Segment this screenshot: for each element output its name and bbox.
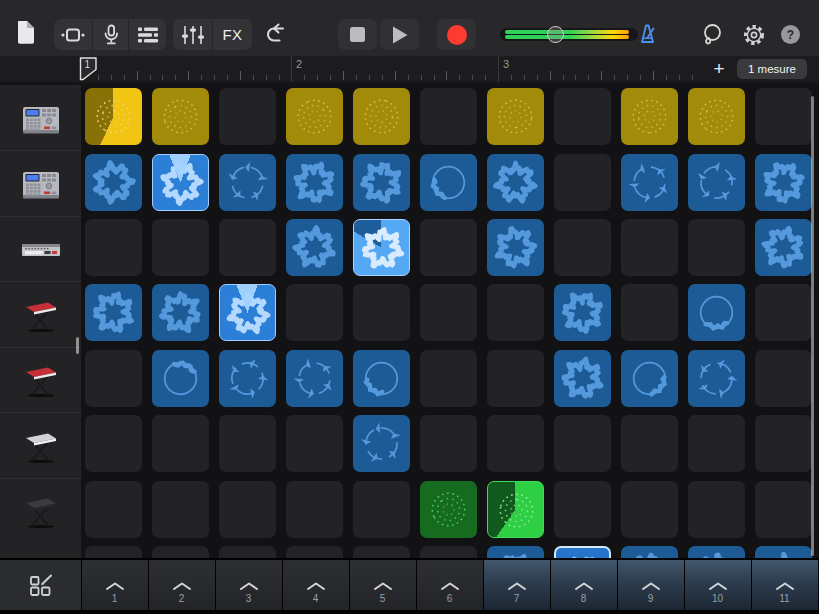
loop-cell-empty[interactable] — [219, 481, 276, 538]
loop-cell-empty[interactable] — [219, 88, 276, 145]
loop-cell-empty[interactable] — [554, 154, 611, 211]
loop-cell-yellow[interactable] — [621, 88, 678, 145]
column-trigger-1[interactable]: 1 — [82, 560, 148, 610]
track-header-drum-machine[interactable] — [0, 150, 81, 215]
my-songs-button[interactable] — [12, 17, 38, 47]
stop-button[interactable] — [338, 19, 377, 50]
loop-cell-yellow[interactable] — [286, 88, 343, 145]
loop-cell-empty[interactable] — [755, 350, 812, 407]
loop-cell-blue[interactable] — [219, 154, 276, 211]
loop-cell-empty[interactable] — [755, 284, 812, 341]
loop-cell-blue[interactable] — [219, 284, 276, 341]
grid-length-button[interactable]: 1 mesure — [737, 59, 807, 79]
settings-button[interactable] — [740, 21, 767, 48]
loop-cell-empty[interactable] — [487, 284, 544, 341]
loop-cell-blue[interactable] — [353, 154, 410, 211]
loop-cell-yellow[interactable] — [152, 88, 209, 145]
loop-cell-empty[interactable] — [621, 481, 678, 538]
loop-cell-empty[interactable] — [688, 415, 745, 472]
loop-cell-empty[interactable] — [420, 350, 477, 407]
loop-cell-empty[interactable] — [487, 415, 544, 472]
loop-cell-empty[interactable] — [286, 415, 343, 472]
vertical-scrollbar[interactable] — [811, 96, 814, 556]
loop-cell-empty[interactable] — [420, 415, 477, 472]
loop-cell-empty[interactable] — [85, 481, 142, 538]
column-trigger-2[interactable]: 2 — [149, 560, 215, 610]
record-button[interactable] — [437, 19, 476, 50]
track-header-keyboard-red[interactable] — [0, 347, 81, 412]
loop-cell-blue[interactable] — [487, 154, 544, 211]
loop-cell-empty[interactable] — [219, 415, 276, 472]
track-controls-button[interactable] — [173, 19, 212, 50]
loop-cell-empty[interactable] — [621, 219, 678, 276]
play-button[interactable] — [380, 19, 419, 50]
loop-cell-empty[interactable] — [286, 284, 343, 341]
track-scrollbar[interactable] — [76, 337, 79, 354]
loop-cell-empty[interactable] — [554, 481, 611, 538]
volume-slider[interactable] — [500, 27, 638, 42]
loop-cell-blue[interactable] — [85, 154, 142, 211]
track-header-drum-machine[interactable] — [0, 85, 81, 150]
column-trigger-3[interactable]: 3 — [216, 560, 282, 610]
metronome-button[interactable] — [634, 21, 660, 47]
loop-cell-blue[interactable] — [688, 154, 745, 211]
record-input-button[interactable] — [93, 19, 128, 50]
loop-cell-yellow[interactable] — [487, 88, 544, 145]
loop-cell-blue[interactable] — [85, 284, 142, 341]
loop-cell-empty[interactable] — [353, 284, 410, 341]
undo-button[interactable] — [262, 20, 290, 48]
loop-cell-empty[interactable] — [688, 481, 745, 538]
loop-cell-blue[interactable] — [152, 284, 209, 341]
loop-cell-empty[interactable] — [554, 219, 611, 276]
loop-cell-blue[interactable] — [219, 350, 276, 407]
loop-cell-blue[interactable] — [152, 154, 209, 211]
loop-cell-green[interactable] — [420, 481, 477, 538]
loop-cell-empty[interactable] — [420, 88, 477, 145]
volume-slider-knob[interactable] — [547, 26, 564, 43]
column-trigger-7[interactable]: 7 — [484, 560, 550, 610]
loop-browser-button[interactable] — [698, 22, 725, 48]
track-header-keyboard-white[interactable] — [0, 412, 81, 477]
tracks-view-button[interactable] — [129, 19, 166, 50]
loop-cell-empty[interactable] — [621, 284, 678, 341]
loop-cell-blue[interactable] — [554, 350, 611, 407]
loop-cell-empty[interactable] — [152, 415, 209, 472]
track-header-keyboard-dark[interactable] — [0, 478, 81, 543]
loop-cell-empty[interactable] — [755, 415, 812, 472]
loop-cell-empty[interactable] — [85, 415, 142, 472]
loop-cell-empty[interactable] — [420, 219, 477, 276]
loop-cell-blue[interactable] — [286, 350, 343, 407]
loop-cell-blue[interactable] — [353, 219, 410, 276]
loop-cell-blue[interactable] — [286, 219, 343, 276]
loop-cell-blue[interactable] — [755, 219, 812, 276]
loop-cell-yellow[interactable] — [688, 88, 745, 145]
loop-cell-yellow[interactable] — [85, 88, 142, 145]
loop-cell-empty[interactable] — [85, 219, 142, 276]
loop-cell-empty[interactable] — [152, 219, 209, 276]
loop-cell-empty[interactable] — [755, 481, 812, 538]
help-button[interactable]: ? — [781, 25, 800, 44]
loop-cell-blue[interactable] — [554, 284, 611, 341]
loop-cell-empty[interactable] — [286, 481, 343, 538]
loop-cell-empty[interactable] — [420, 284, 477, 341]
edit-cells-button[interactable] — [0, 560, 81, 610]
loop-cell-empty[interactable] — [755, 88, 812, 145]
loop-cell-empty[interactable] — [487, 350, 544, 407]
fx-button[interactable]: FX — [213, 19, 252, 50]
track-header-synth-module[interactable] — [0, 216, 81, 281]
loop-cell-empty[interactable] — [554, 88, 611, 145]
loop-cell-blue[interactable] — [353, 350, 410, 407]
loop-cell-blue[interactable] — [755, 154, 812, 211]
loop-cell-blue[interactable] — [621, 350, 678, 407]
track-header-keyboard-red[interactable] — [0, 281, 81, 346]
column-trigger-4[interactable]: 4 — [283, 560, 349, 610]
loop-cell-yellow[interactable] — [353, 88, 410, 145]
loop-cell-blue[interactable] — [688, 350, 745, 407]
loop-cell-blue[interactable] — [353, 415, 410, 472]
loop-cell-empty[interactable] — [688, 219, 745, 276]
loop-cell-green[interactable] — [487, 481, 544, 538]
column-trigger-6[interactable]: 6 — [417, 560, 483, 610]
loop-cell-empty[interactable] — [85, 350, 142, 407]
loop-cell-empty[interactable] — [554, 415, 611, 472]
loop-cell-empty[interactable] — [353, 481, 410, 538]
